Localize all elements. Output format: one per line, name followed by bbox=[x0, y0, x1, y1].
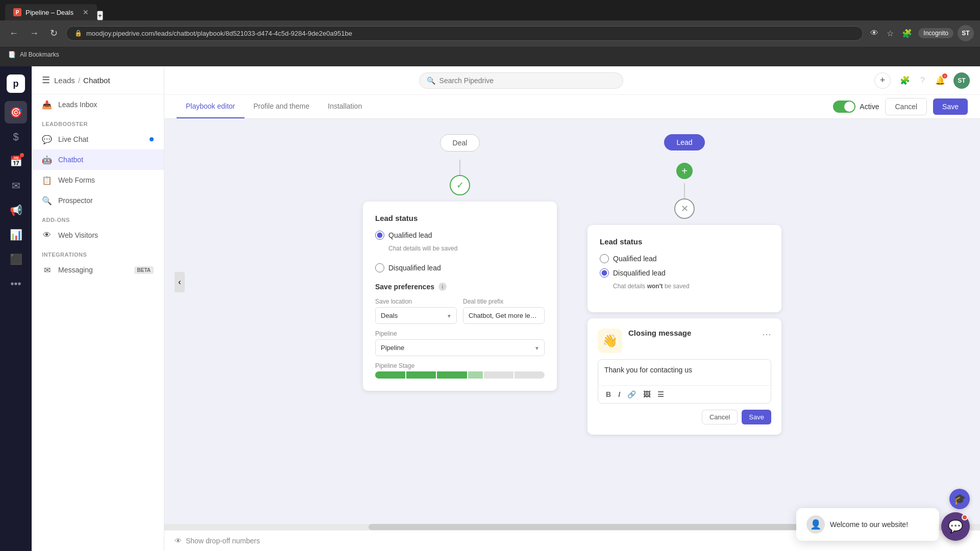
web-visitors-label: Web Visitors bbox=[58, 231, 154, 239]
active-tab[interactable]: P Pipeline – Deals ✕ bbox=[5, 4, 97, 20]
playbook-canvas[interactable]: ‹ Deal ✓ Lead status Qual bbox=[164, 119, 980, 524]
address-bar[interactable]: 🔒 moodjoy.pipedrive.com/leads/chatbot/pl… bbox=[66, 26, 863, 41]
header-actions: Active Cancel Save bbox=[833, 98, 968, 115]
lead-radio-qualified[interactable]: Qualified lead bbox=[600, 254, 769, 263]
stage-1 bbox=[375, 371, 405, 379]
deal-column: Deal ✓ Lead status Qualified lead Chat d… bbox=[363, 134, 557, 391]
pipeline-stage-bar[interactable] bbox=[375, 371, 545, 379]
show-dropoff-label: Show drop-off numbers bbox=[186, 537, 260, 545]
nav-item-live-chat[interactable]: 💬 Live Chat bbox=[32, 129, 164, 149]
lead-plus-button[interactable]: + bbox=[676, 163, 693, 179]
tab-profile-theme[interactable]: Profile and theme bbox=[244, 95, 319, 118]
nav-item-web-visitors[interactable]: 👁 Web Visitors bbox=[32, 225, 164, 245]
sidebar-icon-activities[interactable]: 📅 bbox=[5, 150, 27, 172]
addons-section-label: ADD-ONS bbox=[32, 211, 164, 225]
chat-icon-toggle: 💬 bbox=[948, 519, 963, 534]
star-icon[interactable]: ☆ bbox=[885, 27, 896, 40]
add-button[interactable]: + bbox=[874, 72, 891, 89]
lead-column: Lead + ✕ Lead status Qualified lead bbox=[587, 134, 781, 435]
hamburger-button[interactable]: ☰ bbox=[42, 74, 50, 86]
target-icon: 🎯 bbox=[10, 106, 22, 118]
breadcrumb-home[interactable]: Leads bbox=[54, 76, 75, 85]
deal-title-prefix-input[interactable] bbox=[463, 307, 545, 324]
lead-x-circle[interactable]: ✕ bbox=[674, 198, 695, 219]
active-toggle[interactable] bbox=[833, 101, 855, 113]
deal-radio-qualified-input[interactable] bbox=[375, 231, 384, 240]
all-bookmarks-label[interactable]: All Bookmarks bbox=[20, 51, 59, 58]
deal-radio-group: Qualified lead Chat details will be save… bbox=[375, 231, 545, 272]
tab-installation[interactable]: Installation bbox=[318, 95, 371, 118]
app-logo[interactable]: p bbox=[7, 74, 25, 93]
deal-radio-disqualified[interactable]: Disqualified lead bbox=[375, 263, 545, 272]
nav-item-leads-inbox[interactable]: 📥 Leads Inbox bbox=[32, 94, 164, 115]
closing-cancel-button[interactable]: Cancel bbox=[702, 410, 738, 424]
lead-radio-qualified-input[interactable] bbox=[600, 254, 609, 263]
live-chat-label: Live Chat bbox=[58, 135, 143, 143]
extension-btn[interactable]: 🧩 bbox=[898, 73, 912, 87]
user-avatar[interactable]: ST bbox=[953, 72, 970, 89]
pipeline-stage-label: Pipeline Stage bbox=[375, 362, 545, 369]
search-input[interactable] bbox=[439, 77, 616, 85]
nav-item-prospector[interactable]: 🔍 Prospector bbox=[32, 190, 164, 211]
lead-radio-disqualified-input[interactable] bbox=[600, 268, 609, 278]
deal-node-label[interactable]: Deal bbox=[440, 134, 480, 152]
tabs-actions-row: Playbook editor Profile and theme Instal… bbox=[164, 95, 980, 119]
sidebar-icon-mail[interactable]: ✉ bbox=[5, 174, 27, 197]
inbox-icon: 📥 bbox=[42, 99, 52, 110]
link-button[interactable]: 🔗 bbox=[625, 389, 639, 400]
back-button[interactable]: ← bbox=[6, 26, 21, 41]
sidebar-icon-leads[interactable]: 🎯 bbox=[5, 101, 27, 123]
message-editor[interactable]: Thank you for contacting us B I 🔗 🖼 ☰ bbox=[598, 359, 771, 404]
eye-slash-icon[interactable]: 👁 bbox=[868, 27, 880, 40]
search-bar[interactable]: 🔍 bbox=[419, 72, 623, 89]
save-location-select[interactable]: Deals bbox=[375, 307, 457, 324]
tab-close-btn[interactable]: ✕ bbox=[83, 8, 89, 16]
grid-icon: ⬛ bbox=[10, 253, 22, 265]
forward-button[interactable]: → bbox=[27, 26, 42, 41]
tab-playbook-editor[interactable]: Playbook editor bbox=[177, 95, 244, 118]
deal-check-circle[interactable]: ✓ bbox=[450, 175, 470, 195]
sidebar-icon-reports[interactable]: 📊 bbox=[5, 223, 27, 246]
graduation-icon: 🎓 bbox=[953, 493, 966, 505]
help-btn[interactable]: ? bbox=[918, 74, 927, 87]
nav-item-messaging[interactable]: ✉ Messaging BETA bbox=[32, 260, 164, 280]
list-button[interactable]: ☰ bbox=[655, 389, 667, 400]
italic-button[interactable]: I bbox=[616, 389, 623, 400]
graduation-button[interactable]: 🎓 bbox=[949, 489, 970, 509]
closing-msg-expand[interactable]: ⋯ bbox=[762, 329, 771, 340]
stage-3 bbox=[437, 371, 467, 379]
closing-save-button[interactable]: Save bbox=[742, 410, 771, 424]
beta-badge: BETA bbox=[134, 266, 154, 274]
refresh-button[interactable]: ↻ bbox=[47, 26, 61, 41]
info-icon[interactable]: i bbox=[438, 283, 447, 291]
cancel-button[interactable]: Cancel bbox=[885, 98, 927, 115]
notification-btn[interactable]: 🔔 ! bbox=[933, 73, 947, 87]
wave-icon: 👋 bbox=[598, 329, 622, 353]
chat-widget-toggle[interactable]: 💬 bbox=[941, 512, 970, 541]
save-button[interactable]: Save bbox=[933, 98, 968, 115]
leadbooster-section-label: LEADBOOSTER bbox=[32, 115, 164, 129]
lead-node-label[interactable]: Lead bbox=[664, 134, 704, 151]
sidebar-icon-more[interactable]: ••• bbox=[5, 272, 27, 295]
extension-icon[interactable]: 🧩 bbox=[900, 27, 914, 40]
sidebar-icon-campaigns[interactable]: 📢 bbox=[5, 199, 27, 221]
message-text[interactable]: Thank you for contacting us bbox=[598, 360, 771, 385]
image-button[interactable]: 🖼 bbox=[641, 389, 653, 400]
web-forms-label: Web Forms bbox=[58, 176, 154, 184]
url-text: moodjoy.pipedrive.com/leads/chatbot/play… bbox=[86, 30, 352, 37]
collapse-arrow[interactable]: ‹ bbox=[175, 272, 185, 292]
lead-radio-disqualified[interactable]: Disqualified lead bbox=[600, 268, 769, 278]
new-tab-button[interactable]: + bbox=[97, 11, 103, 20]
pipeline-select[interactable]: Pipeline bbox=[375, 339, 545, 356]
nav-item-chatbot[interactable]: 🤖 Chatbot bbox=[32, 149, 164, 170]
sidebar-icon-projects[interactable]: ⬛ bbox=[5, 248, 27, 270]
lock-icon: 🔒 bbox=[75, 30, 82, 37]
profile-avatar[interactable]: ST bbox=[958, 25, 974, 41]
integrations-section-label: INTEGRATIONS bbox=[32, 245, 164, 260]
nav-item-web-forms[interactable]: 📋 Web Forms bbox=[32, 170, 164, 190]
chat-welcome-message: Welcome to our website! bbox=[830, 520, 908, 529]
sidebar-icon-deals[interactable]: $ bbox=[5, 126, 27, 148]
deal-radio-qualified[interactable]: Qualified lead bbox=[375, 231, 545, 240]
bold-button[interactable]: B bbox=[603, 389, 614, 400]
deal-radio-disqualified-input[interactable] bbox=[375, 263, 384, 272]
